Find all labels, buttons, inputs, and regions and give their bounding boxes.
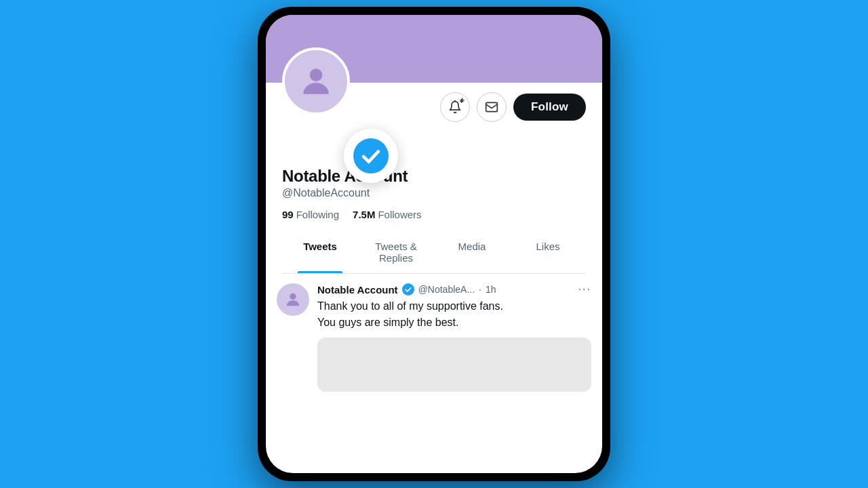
tweet-media-placeholder (317, 338, 591, 392)
name-section: Notable Account @NotableAccount 99 Follo… (282, 127, 586, 220)
following-label: Following (296, 209, 339, 220)
avatar (282, 47, 350, 115)
phone-screen: + Follow Notable Account @NotableAccount (266, 15, 602, 473)
profile-tabs: Tweets Tweets & Replies Media Likes (282, 231, 586, 274)
svg-point-5 (290, 293, 296, 300)
tweet-author-name: Notable Account (317, 284, 398, 296)
tab-media[interactable]: Media (434, 231, 510, 273)
tweet-verified-icon (402, 283, 414, 296)
tweet-card: Notable Account @NotableA... · 1h ··· Th… (266, 274, 602, 401)
following-count: 99 (282, 209, 294, 220)
notification-bell-button[interactable]: + (440, 92, 470, 122)
display-name: Notable Account (282, 167, 586, 186)
followers-label: Followers (378, 209, 421, 220)
tweet-separator: · (479, 284, 481, 295)
phone-frame: + Follow Notable Account @NotableAccount (258, 7, 610, 481)
svg-point-0 (310, 68, 323, 81)
tweet-avatar (277, 283, 309, 316)
followers-count: 7.5M (353, 209, 375, 220)
tweet-text: Thank you to all of my supportive fans. … (317, 298, 591, 331)
svg-rect-4 (486, 102, 498, 111)
message-button[interactable] (477, 92, 507, 122)
tweet-more-button[interactable]: ··· (578, 283, 591, 296)
tweet-handle: @NotableA... (418, 284, 475, 295)
verified-badge-popup (344, 129, 398, 183)
tab-tweets-replies[interactable]: Tweets & Replies (358, 231, 434, 273)
username: @NotableAccount (282, 187, 586, 199)
following-stat[interactable]: 99 Following (282, 209, 339, 220)
tab-likes[interactable]: Likes (510, 231, 586, 273)
tweet-header: Notable Account @NotableA... · 1h ··· (317, 283, 591, 296)
profile-content: + Follow Notable Account @NotableAccount (266, 83, 602, 274)
tweet-body: Notable Account @NotableA... · 1h ··· Th… (317, 283, 591, 392)
followers-stat[interactable]: 7.5M Followers (353, 209, 422, 220)
tab-tweets[interactable]: Tweets (282, 231, 358, 273)
tweet-time: 1h (486, 284, 496, 295)
stats-row: 99 Following 7.5M Followers (282, 209, 586, 220)
follow-button[interactable]: Follow (513, 94, 586, 121)
svg-point-1 (353, 138, 389, 174)
svg-point-6 (402, 283, 414, 296)
